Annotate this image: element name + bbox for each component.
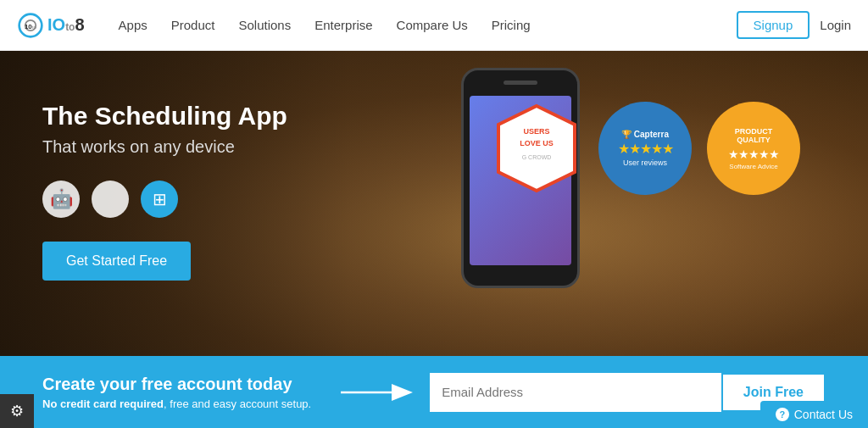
nav-apps[interactable]: Apps [119, 18, 147, 32]
windows-icon: ⊞ [141, 181, 178, 218]
svg-text:to: to [32, 23, 37, 29]
nav-solutions[interactable]: Solutions [238, 18, 291, 32]
product-quality-badge: PRODUCT QUALITY ★★★★★ Software Advice [707, 102, 800, 195]
apple-icon [92, 181, 129, 218]
signup-subtext: No credit card required, free and easy a… [42, 397, 311, 410]
svg-marker-4 [498, 106, 575, 191]
hero-title: The Scheduling App [42, 102, 314, 131]
nav-compare[interactable]: Compare Us [397, 18, 468, 32]
settings-button[interactable]: ⚙ [0, 394, 34, 428]
logo-icon: 10 to [17, 12, 44, 39]
capterra-badge: 🏆 Capterra ★★★★★ User reviews [598, 102, 692, 195]
logo[interactable]: 10 to IOto8 [17, 12, 85, 39]
hero-section: USERS LOVE US G CROWD 🏆 Capterra ★★★★★ U… [0, 51, 868, 356]
nav-enterprise[interactable]: Enterprise [314, 18, 372, 32]
no-credit-card-text: No credit card required [42, 397, 164, 410]
users-love-badge: USERS LOVE US G CROWD [490, 102, 583, 195]
get-started-button[interactable]: Get Started Free [42, 242, 191, 281]
nav-product[interactable]: Product [171, 18, 215, 32]
svg-text:LOVE US: LOVE US [520, 139, 554, 147]
signup-heading: Create your free account today [42, 375, 311, 394]
nav-actions: Signup Login [737, 11, 851, 39]
brand-name: IOto8 [47, 15, 85, 35]
question-icon: ? [776, 408, 789, 421]
arrow-icon [337, 371, 421, 414]
arrow-graphic [328, 371, 430, 414]
signup-button[interactable]: Signup [737, 11, 810, 39]
contact-us-label: Contact Us [794, 408, 853, 421]
email-input[interactable] [430, 373, 721, 412]
nav-links: Apps Product Solutions Enterprise Compar… [119, 18, 737, 32]
android-icon: 🤖 [42, 181, 80, 218]
navbar: 10 to IOto8 Apps Product Solutions Enter… [0, 0, 868, 51]
signup-subtext-rest: , free and easy account setup. [164, 397, 311, 410]
gear-icon: ⚙ [10, 402, 24, 420]
login-button[interactable]: Login [820, 18, 851, 32]
contact-us-button[interactable]: ? Contact Us [760, 401, 868, 428]
nav-pricing[interactable]: Pricing [492, 18, 531, 32]
platform-icons: 🤖 ⊞ [42, 181, 314, 218]
hero-subtitle: That works on any device [42, 137, 314, 157]
awards-badges: USERS LOVE US G CROWD 🏆 Capterra ★★★★★ U… [490, 102, 800, 195]
signup-text: Create your free account today No credit… [42, 375, 311, 410]
svg-text:G CROWD: G CROWD [522, 154, 552, 160]
svg-marker-9 [392, 384, 413, 401]
signup-bar: Create your free account today No credit… [0, 356, 868, 428]
svg-text:USERS: USERS [523, 127, 549, 136]
hero-content: The Scheduling App That works on any dev… [0, 51, 356, 331]
